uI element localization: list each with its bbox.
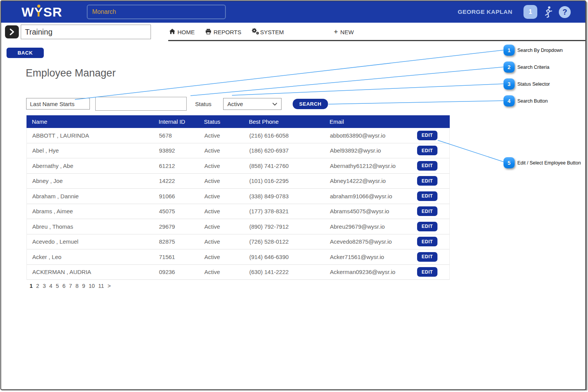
chevron-down-icon [272,103,277,106]
edit-button[interactable]: EDIT [417,176,437,186]
callout-1: 1 Search By Dropdown [504,45,563,56]
search-by-dropdown[interactable]: Last Name Starts [26,98,90,110]
callout-label-5: Edit / Select Employee Button [517,160,581,166]
gears-icon [252,28,260,36]
help-icon[interactable]: ? [559,6,571,18]
cell-status: Active [204,208,249,214]
cell-name: Abernathy , Abe [32,163,159,169]
nav-home[interactable]: HOME [169,28,195,35]
cell-email: Abrams45075@wysr.io [330,208,417,214]
wysr-logo[interactable]: WYSR [22,5,62,20]
cell-internal-id: 91066 [159,193,204,199]
cell-internal-id: 82875 [159,238,204,245]
status-selected-value: Active [227,101,243,107]
callout-3: 3 Status Selector [504,78,550,90]
col-header-email: Email [330,118,417,125]
edit-button[interactable]: EDIT [417,252,437,262]
callout-badge-4: 4 [504,95,515,106]
cell-internal-id: 45075 [159,208,204,214]
user-zone: GEORGE KAPLAN 1 ? [458,5,571,19]
table-row: Acker , Leo 71561 Active (914) 646-6390 … [27,249,449,265]
edit-button[interactable]: EDIT [417,191,437,201]
printer-icon [205,28,212,36]
callout-label-1: Search By Dropdown [517,48,563,53]
search-criteria-input[interactable] [95,97,187,111]
edit-button[interactable]: EDIT [417,206,437,216]
cell-name: ABBOTT , LAURINDA [32,132,159,139]
plus-icon: + [334,28,338,36]
cell-email: Abel93892@wysr.io [330,147,417,154]
cell-status: Active [204,269,249,275]
nav-reports[interactable]: REPORTS [205,28,241,36]
edit-button[interactable]: EDIT [417,222,437,231]
nav-system[interactable]: SYSTEM [252,28,284,36]
page-link-8[interactable]: 8 [76,283,79,289]
sidebar-toggle-button[interactable] [5,25,19,38]
callout-line-1 [75,50,505,100]
page-title: Employee Manager [26,67,116,79]
cell-phone: (858) 741-2760 [249,163,330,169]
nav-new[interactable]: + NEW [334,28,354,36]
table-row: Abrams , Aimee 45075 Active (177) 378-83… [27,204,449,219]
page-next[interactable]: > [108,283,111,289]
employee-table: Name Internal ID Status Best Phone Email… [27,115,450,280]
cell-email: Abney14222@wysr.io [330,178,417,184]
edit-button[interactable]: EDIT [417,267,437,277]
page-link-1[interactable]: 1 [30,283,33,289]
cell-internal-id: 61212 [159,163,204,169]
edit-button[interactable]: EDIT [417,161,437,171]
callout-badge-3: 3 [504,78,515,90]
page-link-4[interactable]: 4 [49,283,52,289]
page-link-5[interactable]: 5 [56,283,59,289]
context-input[interactable] [21,25,151,39]
table-row: ABBOTT , LAURINDA 5678 Active (216) 616-… [27,128,449,143]
top-bar: WYSR Monarch GEORGE KAPLAN 1 ? [1,1,585,23]
nav-home-label: HOME [177,29,195,35]
edit-button[interactable]: EDIT [417,237,437,246]
product-selector[interactable]: Monarch [87,5,226,19]
search-by-value: Last Name Starts [30,101,75,107]
page-link-6[interactable]: 6 [62,283,65,289]
table-row: Abernathy , Abe 61212 Active (858) 741-2… [27,158,449,174]
edit-button[interactable]: EDIT [417,146,437,155]
user-name[interactable]: GEORGE KAPLAN [458,8,512,15]
page-link-2[interactable]: 2 [36,283,39,289]
search-button[interactable]: SEARCH [293,99,328,109]
cell-name: Acevedo , Lemuel [32,238,159,245]
cell-email: abbott63890@wysr.io [330,132,417,139]
page-link-3[interactable]: 3 [43,283,46,289]
table-row: Abraham , Dannie 91066 Active (338) 849-… [27,189,449,204]
cell-status: Active [204,193,249,199]
page-link-11[interactable]: 11 [98,283,104,289]
status-selector[interactable]: Active [223,98,282,110]
page-link-9[interactable]: 9 [82,283,85,289]
cell-internal-id: 5678 [159,132,204,139]
cell-email: Ackerman09236@wysr.io [330,269,417,275]
cell-name: Abraham , Dannie [32,193,159,199]
page-link-10[interactable]: 10 [89,283,95,289]
page-link-7[interactable]: 7 [69,283,72,289]
callout-line-2 [190,67,505,96]
nav-reports-label: REPORTS [214,29,241,35]
table-header-row: Name Internal ID Status Best Phone Email [27,115,450,128]
notification-badge[interactable]: 1 [523,5,537,19]
table-row: Abel , Hye 93892 Active (186) 620-6937 A… [27,143,449,159]
col-header-internal-id: Internal ID [159,118,204,125]
cell-name: Acker , Leo [32,254,159,260]
cell-phone: (338) 849-0783 [249,193,330,199]
app-window: WYSR Monarch GEORGE KAPLAN 1 ? [0,0,586,390]
back-button[interactable]: BACK [7,48,44,58]
cell-phone: (216) 616-6058 [249,132,330,139]
callout-label-2: Search Criteria [517,65,549,70]
logo-letters-sr: SR [43,5,62,20]
cell-phone: (101) 016-2295 [249,178,330,184]
table-row: Abreu , Thomas 29679 Active (890) 792-79… [27,219,449,234]
edit-button[interactable]: EDIT [417,131,437,140]
callout-badge-5: 5 [504,157,515,168]
cell-status: Active [204,132,249,139]
logout-runner-icon[interactable] [542,5,554,18]
chevron-right-icon [9,28,15,35]
pagination: 1 2 3 4 5 6 7 8 9 10 11 > [30,283,111,289]
callout-line-3 [232,84,505,95]
nav-new-label: NEW [340,29,354,35]
